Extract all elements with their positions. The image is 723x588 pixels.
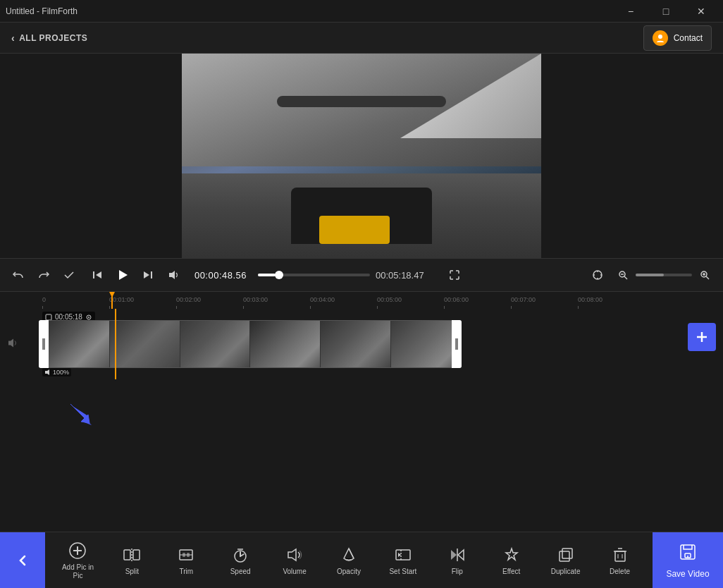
titlebar-title: Untitled - FilmForth xyxy=(6,6,78,16)
current-time-display: 00:00:48.56 xyxy=(189,270,252,281)
zoom-in-button[interactable] xyxy=(695,265,715,285)
frame-thumb-3 xyxy=(180,321,250,367)
tick-0: 0 xyxy=(42,296,46,303)
moto-yellow xyxy=(319,216,390,244)
tick-5: 00:05:00 xyxy=(377,296,402,303)
split-label: Split xyxy=(125,568,139,576)
maximize-button[interactable]: □ xyxy=(650,0,682,23)
svg-marker-30 xyxy=(73,406,92,425)
transport-controls: 00:00:48.56 00:05:18.47 xyxy=(0,258,723,292)
contact-label: Contact xyxy=(674,33,703,43)
trim-label: Trim xyxy=(179,568,193,576)
save-video-button[interactable]: Save Video xyxy=(653,532,723,589)
redo-button[interactable] xyxy=(34,265,54,285)
toolbar-back-button[interactable] xyxy=(0,532,45,589)
skip-forward-button[interactable] xyxy=(138,265,158,285)
clip-frame-3 xyxy=(180,321,251,367)
side-panel-left xyxy=(0,54,182,258)
progress-bar[interactable] xyxy=(258,274,370,276)
delete-button[interactable]: Delete xyxy=(600,539,640,582)
frame-thumb-4 xyxy=(250,321,320,367)
clip-frame-5 xyxy=(321,321,391,367)
clip-container[interactable] xyxy=(39,320,462,368)
clip-end-handle[interactable] xyxy=(452,320,462,368)
svg-rect-1 xyxy=(93,271,94,278)
progress-fill xyxy=(258,274,276,276)
svg-marker-43 xyxy=(288,549,296,561)
back-label: ALL PROJECTS xyxy=(19,33,87,43)
clip-start-handle[interactable] xyxy=(39,320,49,368)
play-button[interactable] xyxy=(113,265,132,285)
split-icon xyxy=(123,545,141,565)
header: ‹ ALL PROJECTS Contact xyxy=(0,23,723,54)
speed-label: Speed xyxy=(230,568,251,576)
zoom-out-button[interactable] xyxy=(613,265,633,285)
opacity-label: Opacity xyxy=(337,568,361,576)
split-button[interactable]: Split xyxy=(112,539,152,582)
add-pic-icon xyxy=(68,541,87,561)
trim-icon xyxy=(177,545,195,565)
side-panel-right xyxy=(541,54,723,258)
titlebar-controls: − □ ✕ xyxy=(614,0,717,23)
video-preview xyxy=(0,54,723,258)
skip-back-button[interactable] xyxy=(87,265,107,285)
opacity-icon xyxy=(340,545,358,565)
svg-rect-35 xyxy=(133,550,140,560)
flip-button[interactable]: Flip xyxy=(438,539,477,582)
svg-point-0 xyxy=(658,35,662,39)
ruler-inner: 0 00:01:00 00:02:00 00:03:00 00:04:00 00… xyxy=(42,292,723,309)
titlebar: Untitled - FilmForth − □ ✕ xyxy=(0,0,723,23)
volume-tool-button[interactable]: Volume xyxy=(275,539,314,582)
toolbar: Add Pic in Pic Split xyxy=(0,532,723,588)
svg-rect-39 xyxy=(183,553,185,557)
volume-tool-icon xyxy=(285,545,304,565)
zoom-settings-button[interactable] xyxy=(588,265,607,285)
opacity-button[interactable]: Opacity xyxy=(329,539,369,582)
frame-thumb-6 xyxy=(391,321,461,367)
svg-marker-50 xyxy=(506,549,517,560)
tick-4: 00:04:00 xyxy=(310,296,335,303)
tick-8: 00:08:00 xyxy=(578,296,602,303)
timeline-section: 0 00:01:00 00:02:00 00:03:00 00:04:00 00… xyxy=(0,292,723,532)
svg-marker-6 xyxy=(169,271,175,279)
tick-2: 00:02:00 xyxy=(176,296,201,303)
speed-button[interactable]: Speed xyxy=(221,539,260,582)
check-button[interactable] xyxy=(59,265,79,285)
duplicate-label: Duplicate xyxy=(551,568,581,576)
undo-button[interactable] xyxy=(8,265,28,285)
volume-button[interactable] xyxy=(163,265,183,285)
close-button[interactable]: ✕ xyxy=(685,0,717,23)
svg-marker-47 xyxy=(451,550,457,560)
frame-thumb-1 xyxy=(39,321,109,367)
set-start-button[interactable]: Set Start xyxy=(383,539,423,582)
video-canvas xyxy=(182,54,541,258)
clip-volume-label: 100% xyxy=(42,368,71,376)
svg-rect-51 xyxy=(560,551,569,561)
flip-label: Flip xyxy=(452,568,463,576)
audio-track-icon xyxy=(7,338,18,351)
svg-rect-40 xyxy=(187,553,190,557)
contact-button[interactable]: Contact xyxy=(643,25,712,51)
svg-rect-34 xyxy=(124,550,130,560)
effect-button[interactable]: Effect xyxy=(492,539,531,582)
tick-7: 00:07:00 xyxy=(511,296,536,303)
main-content: ‹ ALL PROJECTS Contact xyxy=(0,23,723,588)
trim-button[interactable]: Trim xyxy=(166,539,206,582)
svg-rect-52 xyxy=(562,549,572,558)
tick-1: 00:01:00 xyxy=(109,296,134,303)
svg-rect-53 xyxy=(615,551,625,561)
add-pic-in-pic-button[interactable]: Add Pic in Pic xyxy=(58,535,97,586)
frame-thumb-2 xyxy=(110,321,180,367)
back-to-projects-button[interactable]: ‹ ALL PROJECTS xyxy=(11,32,87,44)
clip-frame-2 xyxy=(110,321,180,367)
zoom-bar[interactable] xyxy=(636,274,692,276)
delete-icon xyxy=(611,545,629,565)
flip-icon xyxy=(448,545,466,565)
minimize-button[interactable]: − xyxy=(614,0,647,23)
save-icon xyxy=(678,542,698,566)
fullscreen-button[interactable] xyxy=(445,265,464,285)
moto-handlebar xyxy=(277,96,446,107)
duplicate-button[interactable]: Duplicate xyxy=(546,539,586,582)
volume-tool-label: Volume xyxy=(283,568,306,576)
add-clip-button[interactable] xyxy=(688,323,716,351)
